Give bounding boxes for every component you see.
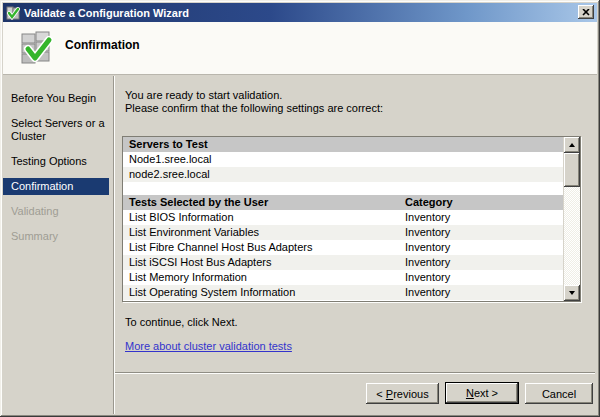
test-row[interactable]: List BIOS Information Inventory — [123, 210, 563, 225]
more-about-validation-link[interactable]: More about cluster validation tests — [125, 340, 292, 352]
step-testing-options[interactable]: Testing Options — [3, 153, 113, 170]
intro-line-1: You are ready to start validation. — [125, 89, 383, 102]
step-select-servers[interactable]: Select Servers or a Cluster — [3, 115, 113, 145]
intro-text: You are ready to start validation. Pleas… — [125, 89, 383, 115]
window-title: Validate a Configuration Wizard — [24, 7, 189, 19]
scroll-up-icon — [569, 143, 575, 147]
test-category: Inventory — [405, 240, 450, 255]
server-row[interactable]: node2.sree.local — [123, 167, 563, 182]
report-viewport: Servers to Test Node1.sree.local node2.s… — [123, 137, 563, 301]
previous-label-post: revious — [393, 388, 428, 400]
tests-section-header: Tests Selected by the User Category — [123, 195, 563, 210]
previous-label-pre: < — [376, 388, 385, 400]
title-bar: Validate a Configuration Wizard — [3, 3, 597, 22]
test-name: List Environment Variables — [129, 226, 259, 238]
scroll-down-icon — [569, 291, 575, 295]
test-name: List BIOS Information — [129, 211, 234, 223]
tests-header-label: Tests Selected by the User — [129, 196, 268, 208]
wizard-header: Confirmation — [3, 22, 597, 75]
server-row[interactable]: Node1.sree.local — [123, 152, 563, 167]
previous-button[interactable]: < Previous — [366, 383, 439, 404]
intro-line-2: Please confirm that the following settin… — [125, 102, 383, 115]
category-header-label: Category — [405, 195, 453, 210]
test-category: Inventory — [405, 210, 450, 225]
test-category: Inventory — [405, 225, 450, 240]
servers-section-header: Servers to Test — [123, 137, 563, 152]
next-label-key: N — [466, 387, 474, 399]
step-before-you-begin[interactable]: Before You Begin — [3, 90, 113, 107]
step-confirmation[interactable]: Confirmation — [3, 178, 109, 195]
next-button[interactable]: Next > — [445, 382, 519, 404]
test-row[interactable]: List Fibre Channel Host Bus Adapters Inv… — [123, 240, 563, 255]
servers-to-test-section: Servers to Test Node1.sree.local node2.s… — [123, 137, 563, 182]
cancel-button[interactable]: Cancel — [525, 383, 593, 404]
test-row[interactable]: List Environment Variables Inventory — [123, 225, 563, 240]
test-row[interactable]: List Memory Information Inventory — [123, 270, 563, 285]
wizard-steps-nav: Before You Begin Select Servers or a Clu… — [3, 76, 113, 414]
close-button[interactable] — [578, 5, 594, 19]
sidebar-divider — [113, 76, 115, 414]
test-name: List Fibre Channel Host Bus Adapters — [129, 241, 312, 253]
test-row[interactable]: List iSCSI Host Bus Adapters Inventory — [123, 255, 563, 270]
tests-selected-section: Tests Selected by the User Category List… — [123, 195, 563, 300]
scrollbar-thumb[interactable] — [564, 153, 580, 187]
validation-settings-report: Servers to Test Node1.sree.local node2.s… — [122, 136, 581, 302]
test-row[interactable]: List Operating System Information Invent… — [123, 285, 563, 300]
step-summary: Summary — [3, 228, 113, 245]
next-label-post: ext > — [474, 387, 498, 399]
step-validating: Validating — [3, 203, 113, 220]
test-category: Inventory — [405, 255, 450, 270]
test-category: Inventory — [405, 270, 450, 285]
test-name: List Memory Information — [129, 271, 247, 283]
test-name: List iSCSI Host Bus Adapters — [129, 256, 271, 268]
scroll-up-button[interactable] — [564, 137, 580, 153]
close-icon — [582, 9, 590, 16]
wizard-window: Validate a Configuration Wizard Confirma… — [0, 0, 600, 417]
scroll-down-button[interactable] — [564, 285, 580, 301]
server-check-icon-small — [6, 6, 20, 20]
continue-hint: To continue, click Next. — [125, 316, 238, 328]
test-name: List Operating System Information — [129, 286, 295, 298]
button-separator — [115, 372, 595, 374]
test-category: Inventory — [405, 285, 450, 300]
page-title: Confirmation — [65, 38, 140, 52]
server-check-icon — [19, 30, 56, 67]
report-vertical-scrollbar[interactable] — [563, 137, 580, 301]
section-gap — [123, 182, 563, 195]
